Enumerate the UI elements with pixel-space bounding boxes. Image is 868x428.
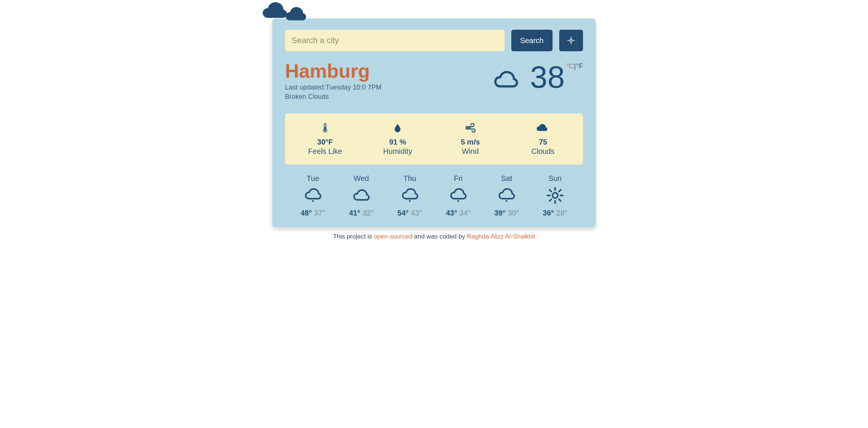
forecast-lo: 30° bbox=[508, 209, 519, 217]
unit-separator: | bbox=[574, 62, 576, 70]
current-weather-header: Hamburg Last updated:Tuesday 10:0 7PM Br… bbox=[285, 61, 583, 102]
sun-icon bbox=[546, 187, 564, 204]
forecast-temps: 39°30° bbox=[494, 209, 519, 217]
forecast-temps: 48°37° bbox=[301, 209, 326, 217]
forecast-lo: 34° bbox=[459, 209, 470, 217]
forecast-hi: 39° bbox=[494, 209, 505, 217]
current-weather-icon bbox=[493, 67, 519, 93]
forecast-hi: 48° bbox=[301, 209, 312, 217]
forecast-hi: 36° bbox=[543, 209, 554, 217]
wind-icon bbox=[463, 122, 478, 134]
forecast-temps: 43°34° bbox=[446, 209, 471, 217]
forecast-day: Thu 54°43° bbox=[386, 174, 434, 217]
forecast-day-name: Fri bbox=[454, 174, 462, 183]
stat-feels-like: 30°F Feels Like bbox=[297, 121, 353, 156]
forecast-row: Tue 48°37° Wed 41°32° Thu 54°43° Fri bbox=[285, 174, 583, 217]
last-updated-label: Last updated: bbox=[285, 84, 326, 91]
forecast-temps: 54°43° bbox=[398, 209, 422, 217]
stat-label: Humidity bbox=[383, 147, 412, 156]
last-updated: Last updated:Tuesday 10:0 7PM bbox=[285, 84, 382, 91]
cloud-rain-icon bbox=[498, 187, 515, 204]
forecast-temps: 41°32° bbox=[349, 209, 374, 217]
thermometer-icon bbox=[320, 121, 330, 134]
forecast-temps: 36°28° bbox=[543, 209, 568, 217]
footer-attribution: This project is open-sourced and was cod… bbox=[333, 233, 535, 240]
cloud-rain-icon bbox=[401, 187, 419, 204]
stat-wind: 5 m/s Wind bbox=[443, 121, 498, 156]
search-button[interactable]: Search bbox=[511, 30, 553, 51]
weather-description: Broken Clouds bbox=[285, 93, 382, 101]
unit-celsius-link[interactable]: °C bbox=[566, 62, 574, 70]
stat-value: 30°F bbox=[317, 138, 333, 146]
droplet-icon bbox=[393, 122, 402, 134]
stat-value: 5 m/s bbox=[461, 138, 480, 146]
forecast-day-name: Sun bbox=[548, 174, 562, 183]
stat-clouds: 75 Clouds bbox=[515, 121, 571, 156]
stat-label: Feels Like bbox=[308, 147, 342, 156]
stat-value: 75 bbox=[539, 138, 547, 146]
forecast-hi: 41° bbox=[349, 209, 360, 217]
weather-card-wrapper: Search Hamburg Last updated:Tuesday 10:0… bbox=[272, 4, 596, 227]
forecast-day-name: Thu bbox=[404, 174, 416, 183]
forecast-day: Sat 39°30° bbox=[482, 174, 531, 217]
locate-icon bbox=[566, 36, 576, 45]
city-search-input[interactable] bbox=[285, 30, 505, 51]
forecast-lo: 32° bbox=[362, 209, 373, 217]
forecast-day: Tue 48°37° bbox=[289, 174, 337, 217]
decorative-clouds-icon bbox=[261, 0, 328, 25]
cloud-icon bbox=[352, 187, 370, 204]
weather-card: Search Hamburg Last updated:Tuesday 10:0… bbox=[272, 19, 596, 227]
footer-text: This project is bbox=[333, 233, 374, 240]
city-name: Hamburg bbox=[285, 61, 382, 81]
temperature-block: 38 °C|°F bbox=[493, 63, 583, 93]
forecast-day-name: Wed bbox=[354, 174, 369, 183]
forecast-day-name: Sat bbox=[501, 174, 512, 183]
forecast-hi: 54° bbox=[398, 209, 409, 217]
geolocate-button[interactable] bbox=[559, 30, 583, 51]
unit-switcher: °C|°F bbox=[566, 62, 583, 70]
open-source-link[interactable]: open-sourced bbox=[374, 233, 412, 240]
cloud-solid-icon bbox=[535, 122, 550, 133]
forecast-day: Wed 41°32° bbox=[337, 174, 385, 217]
stat-value: 91 % bbox=[389, 138, 406, 146]
stats-strip: 30°F Feels Like 91 % Humidity 5 m/s Wind… bbox=[285, 113, 583, 165]
forecast-day: Fri 43°34° bbox=[434, 174, 482, 217]
author-link[interactable]: Raghda Alizz Al-Shaikhli bbox=[467, 233, 535, 240]
last-updated-value: Tuesday 10:0 7PM bbox=[326, 84, 381, 91]
search-row: Search bbox=[285, 30, 583, 51]
forecast-lo: 43° bbox=[411, 209, 422, 217]
stat-label: Wind bbox=[462, 147, 479, 156]
forecast-hi: 43° bbox=[446, 209, 457, 217]
unit-fahrenheit-link[interactable]: °F bbox=[576, 62, 583, 70]
cloud-rain-icon bbox=[449, 187, 467, 204]
temperature-value: 38 bbox=[530, 63, 564, 91]
forecast-day-name: Tue bbox=[307, 174, 319, 183]
forecast-day: Sun 36°28° bbox=[531, 174, 579, 217]
stat-humidity: 91 % Humidity bbox=[370, 121, 425, 156]
forecast-lo: 28° bbox=[556, 209, 567, 217]
footer-text: and was coded by bbox=[412, 233, 467, 240]
temperature-wrap: 38 °C|°F bbox=[530, 63, 583, 91]
forecast-lo: 37° bbox=[314, 209, 325, 217]
stat-label: Clouds bbox=[531, 147, 554, 156]
cloud-rain-icon bbox=[304, 187, 322, 204]
city-info: Hamburg Last updated:Tuesday 10:0 7PM Br… bbox=[285, 61, 382, 102]
